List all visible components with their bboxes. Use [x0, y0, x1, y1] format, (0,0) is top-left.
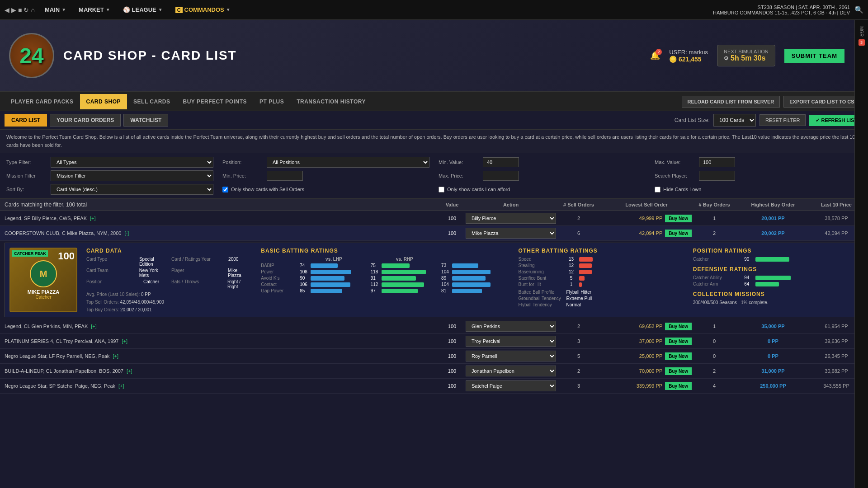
- min-price-filter: Min. Price:: [222, 170, 429, 181]
- vs-lhp-header: vs. LHP: [300, 257, 368, 262]
- mission-filter-select[interactable]: Mission Filter: [51, 170, 213, 181]
- expand-row-icon[interactable]: [+]: [118, 383, 124, 389]
- min-value-input[interactable]: [483, 157, 519, 167]
- export-csv-button[interactable]: EXPORT CARD LIST TO CSV: [783, 96, 863, 108]
- table-row: Legend, SP Billy Pierce, CWS, PEAK [+] 1…: [0, 211, 868, 226]
- buy-now-button[interactable]: Buy Now: [665, 352, 692, 360]
- forward-icon[interactable]: ▶: [11, 6, 16, 14]
- sort-filter: Sort By: Card Value (desc.): [6, 184, 213, 195]
- type-filter: Type Filter: All Types: [6, 157, 213, 168]
- team-logo: M: [30, 260, 57, 287]
- player-action-select[interactable]: Troy Percival: [466, 336, 556, 347]
- expand-row-icon[interactable]: [+]: [127, 368, 132, 374]
- table-row: Negro League Star, SP Satchel Paige, NEG…: [0, 379, 868, 394]
- card-player-position: Catcher: [35, 295, 51, 300]
- max-price-filter: Max. Price:: [439, 170, 646, 181]
- hide-owned-filter: Hide Cards I own: [655, 184, 862, 195]
- header-right: 🔔 2 USER: markus 🪙 621,455 NEXT SIMULATI…: [650, 45, 859, 66]
- table-row: PLATINUM SERIES 4, CL Troy Percival, ANA…: [0, 334, 868, 349]
- card-list-tab[interactable]: CARD LIST: [5, 114, 47, 127]
- buy-now-button[interactable]: Buy Now: [665, 323, 692, 330]
- stop-icon[interactable]: ■: [18, 6, 22, 14]
- max-value-input[interactable]: [699, 157, 735, 167]
- main-arrow: ▼: [61, 7, 66, 12]
- expand-row-icon[interactable]: [+]: [91, 324, 97, 329]
- tab-buy-perfect-points[interactable]: BUY PERFECT POINTS: [177, 94, 253, 109]
- home-icon[interactable]: ⌂: [31, 6, 34, 14]
- buy-now-button[interactable]: Buy Now: [665, 230, 692, 237]
- next-simulation-box: NEXT SIMULATION ⚙ 5h 5m 30s: [717, 45, 775, 66]
- expand-row-icon[interactable]: [+]: [90, 216, 96, 221]
- position-filter: Position: All Positions: [222, 157, 429, 168]
- tab-card-shop[interactable]: CARD SHOP: [80, 94, 127, 109]
- buy-now-button[interactable]: Buy Now: [665, 367, 692, 375]
- hide-owned-checkbox[interactable]: [655, 187, 660, 192]
- babip-rhp-bar: 75: [371, 263, 439, 268]
- mission-filter: Mission Filter Mission Filter: [6, 170, 213, 181]
- player-action-select[interactable]: Jonathan Papelbon: [466, 366, 556, 376]
- only-sell-filter: Only show cards with Sell Orders: [222, 184, 429, 195]
- right-sidebar: MGR 3: [854, 20, 868, 488]
- refresh-icon[interactable]: ↻: [24, 6, 29, 14]
- position-ratings: POSITION RATINGS Catcher 90 DEFENSIVE RA…: [693, 248, 859, 312]
- clock-icon: ⚙: [724, 55, 729, 61]
- sidebar-notification-badge: 3: [859, 39, 865, 46]
- info-text: Welcome to the Perfect Team Card Shop. B…: [0, 130, 868, 153]
- player-action-select[interactable]: Billy Pierce: [466, 213, 556, 224]
- only-sell-checkbox[interactable]: [222, 187, 228, 192]
- card-image: CATCHER PEAK 100 M MIKE PIAZZA Catcher: [9, 248, 77, 312]
- max-price-input[interactable]: [483, 171, 519, 181]
- sort-select[interactable]: Card Value (desc.): [51, 184, 213, 195]
- top-buy-orders: Top Buy Orders: 20,002 / 20,001: [86, 307, 252, 312]
- watchlist-tab[interactable]: WATCHLIST: [123, 114, 168, 127]
- min-value-filter: Min. Value:: [439, 157, 646, 168]
- buy-now-button[interactable]: Buy Now: [665, 338, 692, 345]
- reset-filter-button[interactable]: RESET FILTER: [760, 114, 806, 126]
- collapse-row-icon[interactable]: [-]: [124, 230, 129, 236]
- tab-sell-cards[interactable]: SELL CARDS: [127, 94, 176, 109]
- tab-pt-plus[interactable]: PT PLUS: [253, 94, 290, 109]
- player-action-select[interactable]: Roy Parnell: [466, 351, 556, 361]
- user-info: USER: markus 🪙 621,455: [669, 49, 708, 63]
- sub-nav-right: RELOAD CARD LIST FROM SERVER EXPORT CARD…: [682, 96, 863, 108]
- player-action-select[interactable]: Mike Piazza: [466, 228, 556, 239]
- card-detail-panel: CATCHER PEAK 100 M MIKE PIAZZA Catcher C…: [5, 243, 863, 317]
- power-label: Power: [261, 269, 297, 274]
- your-card-orders-tab[interactable]: YOUR CARD ORDERS: [50, 114, 121, 127]
- babip-label: BABIP: [261, 263, 297, 268]
- nav-commandos[interactable]: C COMMANDOS ▼: [170, 4, 236, 16]
- min-price-input[interactable]: [267, 171, 303, 181]
- player-action-select[interactable]: Satchel Paige: [466, 380, 556, 391]
- only-afford-checkbox[interactable]: [439, 187, 444, 192]
- buy-now-button[interactable]: Buy Now: [665, 215, 692, 222]
- type-filter-select[interactable]: All Types: [51, 157, 213, 168]
- buy-now-button[interactable]: Buy Now: [665, 382, 692, 390]
- expand-row-icon[interactable]: [+]: [122, 338, 128, 344]
- gap-label: Gap Power: [261, 288, 297, 293]
- search-player-input[interactable]: [699, 171, 735, 181]
- card-list-size-select[interactable]: 100 Cards: [713, 114, 756, 127]
- card-list-navigation: CARD LIST YOUR CARD ORDERS WATCHLIST Car…: [0, 111, 868, 130]
- expand-row-icon[interactable]: [+]: [113, 353, 118, 359]
- search-icon[interactable]: 🔍: [854, 5, 863, 14]
- sidebar-mgr-label[interactable]: MGR: [858, 24, 865, 38]
- player-action-select[interactable]: Glen Perkins: [466, 321, 556, 332]
- reload-card-list-button[interactable]: RELOAD CARD LIST FROM SERVER: [682, 96, 780, 108]
- nav-league[interactable]: ⚾ LEAGUE ▼: [118, 4, 168, 16]
- position-filter-select[interactable]: All Positions: [267, 157, 429, 168]
- search-player-filter: Search Player:: [655, 170, 862, 181]
- basic-batting-ratings: BASIC BATTING RATINGS vs. LHP vs. RHP BA…: [261, 248, 509, 312]
- market-arrow: ▼: [106, 7, 110, 12]
- tab-transaction-history[interactable]: TRANSACTION HISTORY: [290, 94, 372, 109]
- nav-main[interactable]: MAIN ▼: [39, 4, 71, 16]
- filters-panel: Type Filter: All Types Position: All Pos…: [0, 153, 868, 199]
- sub-navigation: PLAYER CARD PACKS CARD SHOP SELL CARDS B…: [0, 92, 868, 111]
- league-icon: ⚾: [123, 6, 130, 13]
- header-banner: 24 CARD SHOP - CARD LIST 🔔 2 USER: marku…: [0, 20, 868, 92]
- babip-lhp-bar: 74: [300, 263, 368, 268]
- submit-team-button[interactable]: SUBMIT TEAM: [784, 49, 844, 63]
- tab-player-card-packs[interactable]: PLAYER CARD PACKS: [5, 94, 80, 109]
- back-icon[interactable]: ◀: [5, 6, 9, 14]
- peak-badge: CATCHER PEAK: [12, 250, 48, 257]
- nav-market[interactable]: MARKET ▼: [73, 4, 116, 16]
